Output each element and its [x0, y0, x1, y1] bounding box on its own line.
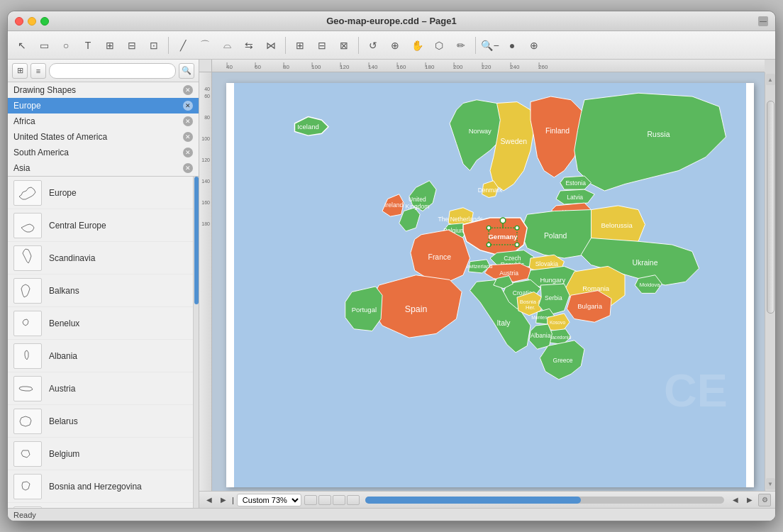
text-tool[interactable]: T: [78, 35, 98, 55]
remove-category-asia[interactable]: ✕: [183, 163, 193, 173]
list-item[interactable]: Belarus: [8, 405, 193, 438]
next-page-btn[interactable]: ▶: [218, 494, 229, 506]
ruler-left-mark: 180: [199, 221, 211, 243]
category-usa[interactable]: United States of America ✕: [8, 129, 199, 145]
search-button[interactable]: 🔍: [179, 63, 194, 79]
remove-category-africa[interactable]: ✕: [183, 116, 193, 126]
slovakia-label: Slovakia: [535, 260, 559, 267]
sidebar-grid-btn[interactable]: ⊞: [12, 63, 28, 79]
curve-tool[interactable]: ⌒: [195, 35, 215, 55]
remove-category-europe[interactable]: ✕: [183, 101, 193, 111]
shape-thumb-albania: [13, 343, 42, 369]
zoom-percent-btn[interactable]: ●: [502, 35, 522, 55]
diagram-tool[interactable]: ⊡: [144, 35, 164, 55]
settings-icon: ⚙: [762, 496, 768, 504]
poly-tool[interactable]: ⋈: [261, 35, 281, 55]
remove-category-south-america[interactable]: ✕: [183, 148, 193, 157]
switzerland-label: Switzerland: [465, 263, 492, 270]
shape-thumb-central-europe: [13, 213, 42, 238]
rect-tool[interactable]: ▭: [34, 35, 54, 55]
scroll-down-btn[interactable]: ▼: [766, 478, 775, 489]
category-africa[interactable]: Africa ✕: [8, 113, 199, 129]
shape-tool[interactable]: ⬡: [429, 35, 449, 55]
sidebar-scrollbar-thumb[interactable]: [194, 177, 199, 304]
close-button[interactable]: [15, 17, 23, 26]
scrollbar-right[interactable]: ▲ ▼: [765, 72, 775, 491]
arc-tool[interactable]: ⌓: [217, 35, 237, 55]
denmark-label: Denmark: [478, 187, 503, 194]
pencil-tool[interactable]: ✏: [451, 35, 471, 55]
category-south-america[interactable]: South America ✕: [8, 145, 199, 160]
category-europe[interactable]: Europe ✕: [8, 98, 199, 113]
sidebar-header: ⊞ ≡ 🔍: [8, 60, 199, 82]
handle2[interactable]: [515, 226, 519, 230]
category-drawing-shapes[interactable]: Drawing Shapes ✕: [8, 82, 199, 98]
view-btn-2[interactable]: [318, 495, 331, 505]
ruler-mark: 40: [226, 64, 255, 70]
maximize-button[interactable]: [40, 17, 49, 26]
prev-page-btn[interactable]: ◀: [204, 494, 215, 506]
zoom-out-btn[interactable]: 🔍−: [480, 35, 500, 55]
handle4[interactable]: [515, 243, 519, 247]
scroll-right-btn[interactable]: ▶: [744, 494, 755, 506]
iceland-label: Iceland: [297, 123, 319, 131]
distribute-tool[interactable]: ⊠: [334, 35, 354, 55]
view-btn-4[interactable]: [347, 495, 360, 505]
list-item[interactable]: Bulgaria: [8, 503, 193, 508]
settings-btn[interactable]: ⚙: [758, 494, 771, 506]
collapse-button[interactable]: —: [758, 16, 768, 26]
handle3[interactable]: [487, 243, 491, 247]
sidebar-list-btn[interactable]: ≡: [30, 63, 46, 79]
category-asia[interactable]: Asia ✕: [8, 160, 199, 176]
scroll-left-btn[interactable]: ◀: [730, 494, 741, 506]
ruler-mark: 60: [255, 64, 283, 70]
list-item[interactable]: Austria: [8, 372, 193, 405]
canvas-with-rulers: 40 60 80 100 120 140 160 180: [199, 72, 775, 491]
traffic-lights: [15, 17, 49, 26]
ruler-left-mark: 40: [199, 72, 211, 94]
ellipse-tool[interactable]: ○: [56, 35, 76, 55]
uk-label: United: [409, 196, 426, 203]
zoom-select[interactable]: Custom 73%: [237, 494, 301, 506]
select-tool[interactable]: ↖: [12, 35, 32, 55]
france-label: France: [428, 253, 452, 261]
bottom-bar: ◀ ▶ | Custom 73% ◀ ▶ ⚙: [199, 491, 775, 508]
group-tool[interactable]: ⊞: [100, 35, 120, 55]
canvas-area: 40 60 80 100 120 140 160 180 200 220 240…: [199, 60, 775, 508]
view-btn-1[interactable]: [304, 495, 317, 505]
remove-category-usa[interactable]: ✕: [183, 132, 193, 142]
refresh-tool[interactable]: ↺: [363, 35, 383, 55]
handle-top[interactable]: [500, 218, 506, 223]
pan-tool[interactable]: ✋: [407, 35, 427, 55]
scroll-indicator[interactable]: [365, 497, 724, 504]
shape-thumb-bih: [13, 474, 42, 499]
map-canvas[interactable]: Iceland Norway Sweden Finland: [212, 72, 765, 491]
connector-tool[interactable]: ⇆: [239, 35, 259, 55]
table-tool[interactable]: ⊟: [122, 35, 142, 55]
moldova-label: Moldova: [640, 282, 660, 288]
line-tool[interactable]: ╱: [173, 35, 193, 55]
arrange-tool[interactable]: ⊞: [290, 35, 310, 55]
scroll-up-btn[interactable]: ▲: [766, 74, 775, 85]
view-btn-3[interactable]: [333, 495, 345, 505]
sidebar-scrollbar[interactable]: [193, 177, 199, 508]
ce-watermark: CE: [664, 365, 728, 416]
minimize-button[interactable]: [28, 17, 36, 26]
zoom-tool[interactable]: ⊕: [385, 35, 405, 55]
list-item[interactable]: Albania: [8, 340, 193, 372]
shape-thumb-benelux: [13, 311, 42, 336]
list-item[interactable]: Central Europe: [8, 209, 193, 242]
align-tool[interactable]: ⊟: [312, 35, 332, 55]
scrollbar-thumb[interactable]: [767, 101, 774, 314]
list-item[interactable]: Belgium: [8, 438, 193, 470]
search-input[interactable]: [49, 63, 176, 79]
zoom-in-btn[interactable]: ⊕: [524, 35, 544, 55]
list-item[interactable]: Scandinavia: [8, 242, 193, 275]
list-item[interactable]: Balkans: [8, 275, 193, 307]
handle1[interactable]: [487, 226, 491, 230]
list-item[interactable]: Europe: [8, 177, 193, 209]
list-item[interactable]: Bosnia and Herzegovina: [8, 470, 193, 503]
list-item[interactable]: Benelux: [8, 307, 193, 340]
ruler-corner: [199, 60, 212, 72]
remove-category-drawing[interactable]: ✕: [183, 85, 193, 95]
